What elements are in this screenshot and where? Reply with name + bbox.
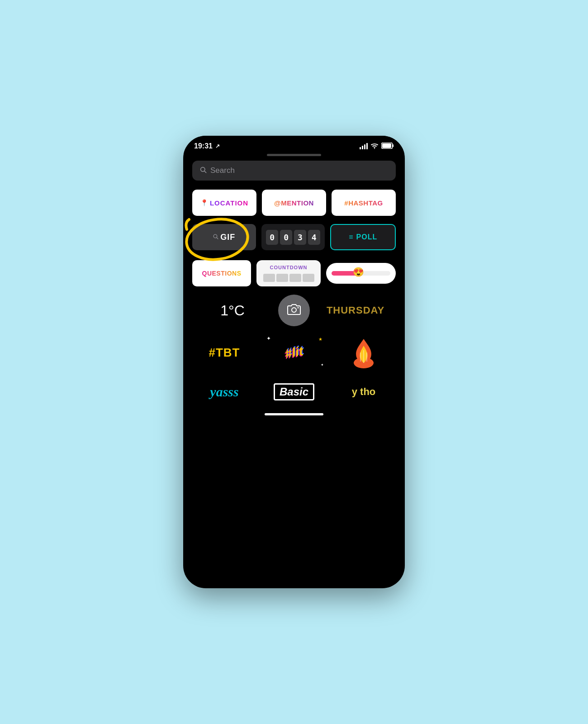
timer-digit-2: 0: [280, 230, 292, 245]
countdown-bar-3: [289, 274, 301, 282]
notch-handle: [267, 154, 321, 156]
camera-sticker[interactable]: [278, 295, 310, 326]
location-sticker[interactable]: 📍 LOCATION: [192, 190, 256, 216]
gif-wrapper: GIF: [192, 224, 256, 250]
gif-search-icon: [213, 233, 218, 241]
timer-digit-1: 0: [266, 230, 278, 245]
poll-icon: ≡: [349, 233, 353, 241]
timer-digit-4: 4: [308, 230, 320, 245]
basic-sticker[interactable]: Basic: [262, 379, 326, 405]
ytho-label: y tho: [352, 386, 376, 398]
svg-point-0: [374, 148, 375, 148]
slider-emoji: 😍: [353, 267, 364, 277]
countdown-title: COUNTDOWN: [270, 265, 308, 270]
yasss-sticker[interactable]: yasss: [192, 379, 256, 405]
hashtag-sticker[interactable]: #HASHTAG: [332, 190, 396, 216]
questions-sticker[interactable]: QUESTIONS: [192, 260, 251, 286]
location-arrow-icon: ↗: [215, 143, 220, 149]
hashtag-label: #HASHTAG: [344, 199, 383, 207]
stickers-container: 📍 LOCATION @MENTION #HASHTAG: [183, 190, 405, 405]
ytho-sticker[interactable]: y tho: [332, 379, 396, 405]
star-1: ✦: [266, 335, 271, 342]
sticker-row-6: yasss Basic y tho: [192, 379, 396, 405]
svg-line-7: [217, 238, 218, 239]
sticker-row-1: 📍 LOCATION @MENTION #HASHTAG: [192, 190, 396, 216]
countdown-sticker[interactable]: COUNTDOWN: [256, 260, 321, 286]
svg-line-4: [204, 171, 206, 173]
sticker-row-4: 1°C THURSDAY: [192, 295, 396, 326]
pin-icon: 📍: [200, 199, 208, 206]
phone-frame: 19:31 ↗: [183, 136, 405, 588]
status-bar: 19:31 ↗: [183, 136, 405, 154]
yasss-label: yasss: [210, 384, 238, 400]
home-indicator: [265, 413, 323, 415]
signal-bars: [360, 143, 368, 149]
timer-display: 0 0 3 4: [266, 230, 320, 245]
sticker-row-3: QUESTIONS COUNTDOWN 😍: [192, 260, 396, 286]
sticker-row-5: #TBT #lit ✦ ★ ✦: [192, 334, 396, 371]
temperature-label: 1°C: [220, 302, 245, 319]
svg-point-9: [298, 307, 299, 308]
mention-sticker[interactable]: @MENTION: [262, 190, 326, 216]
questions-label: QUESTIONS: [202, 270, 242, 277]
flame-icon: [350, 337, 377, 368]
emoji-slider-sticker[interactable]: 😍: [326, 263, 396, 284]
countdown-bar-1: [263, 274, 275, 282]
countdown-bar-4: [303, 274, 314, 282]
thursday-sticker[interactable]: THURSDAY: [315, 297, 396, 324]
svg-rect-2: [382, 143, 391, 148]
status-icons: [360, 143, 394, 150]
gif-sticker[interactable]: GIF: [192, 224, 256, 250]
timer-sticker[interactable]: 0 0 3 4: [261, 224, 325, 250]
svg-point-8: [292, 308, 296, 312]
slider-wrapper: 😍: [332, 271, 390, 276]
slider-track: 😍: [332, 271, 390, 276]
gif-label: GIF: [220, 233, 235, 242]
wifi-icon: [370, 143, 379, 150]
temperature-sticker[interactable]: 1°C: [192, 297, 273, 324]
search-placeholder: Search: [210, 166, 235, 175]
star-3: ✦: [321, 363, 324, 367]
camera-icon: [287, 303, 301, 318]
mention-label: @MENTION: [274, 199, 314, 207]
lit-graffiti-label: #lit: [284, 344, 304, 362]
star-2: ★: [318, 337, 322, 342]
location-label: LOCATION: [210, 199, 248, 207]
search-bar[interactable]: Search: [192, 161, 396, 181]
thursday-label: THURSDAY: [327, 305, 384, 316]
flame-sticker[interactable]: [332, 334, 396, 371]
countdown-bar-2: [276, 274, 288, 282]
lit-graffiti-sticker[interactable]: #lit ✦ ★ ✦: [262, 334, 326, 371]
timer-digit-3: 3: [294, 230, 306, 245]
poll-label: ≡ POLL: [349, 233, 377, 241]
status-time: 19:31 ↗: [194, 142, 220, 150]
basic-label: Basic: [274, 383, 314, 400]
tbt-label: #TBT: [209, 346, 240, 360]
sticker-row-2: GIF 0 0 3 4 ≡ POLL: [192, 224, 396, 250]
tbt-sticker[interactable]: #TBT: [192, 339, 256, 366]
countdown-bars: [263, 274, 314, 282]
poll-sticker[interactable]: ≡ POLL: [330, 224, 396, 250]
battery-icon: [381, 143, 394, 150]
search-icon: [199, 166, 207, 175]
